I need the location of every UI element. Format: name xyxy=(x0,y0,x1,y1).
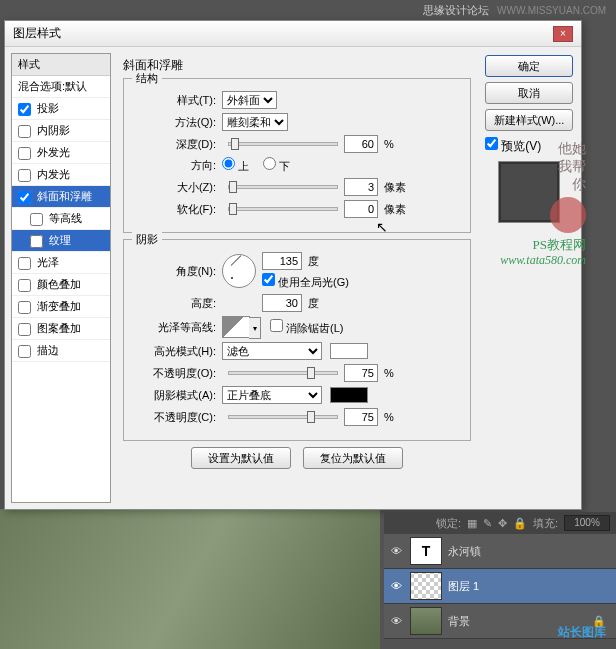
style-item-内阴影[interactable]: 内阴影 xyxy=(12,120,110,142)
layer-row[interactable]: 👁图层 1 xyxy=(384,569,616,604)
style-header: 样式 xyxy=(12,54,110,76)
style-item-纹理[interactable]: 纹理 xyxy=(12,230,110,252)
visibility-icon[interactable]: 👁 xyxy=(388,580,404,592)
shading-group: 阴影 角度(N): 度 使用全局光(G) 高度: 度 xyxy=(123,239,471,441)
bevel-title: 斜面和浮雕 xyxy=(123,57,471,74)
forum-name: 思缘设计论坛 xyxy=(423,3,489,18)
style-item-光泽[interactable]: 光泽 xyxy=(12,252,110,274)
ok-button[interactable]: 确定 xyxy=(485,55,573,77)
direction-down[interactable]: 下 xyxy=(263,157,290,174)
layer-style-dialog: 图层样式 × 样式 混合选项:默认 投影 内阴影 外发光 内发光 斜面和浮雕 等… xyxy=(4,20,582,510)
altitude-input[interactable] xyxy=(262,294,302,312)
close-icon[interactable]: × xyxy=(553,26,573,42)
preview-checkbox[interactable]: 预览(V) xyxy=(485,137,573,155)
technique-select[interactable]: 雕刻柔和 xyxy=(222,113,288,131)
lock-transparent-icon[interactable]: ▦ xyxy=(467,517,477,530)
style-item-等高线[interactable]: 等高线 xyxy=(12,208,110,230)
layers-panel: 锁定: ▦ ✎ ✥ 🔒 填充: 100% 👁T永河镇👁图层 1👁背景🔒 xyxy=(384,512,616,639)
style-list: 样式 混合选项:默认 投影 内阴影 外发光 内发光 斜面和浮雕 等高线 纹理 光… xyxy=(11,53,111,503)
highlight-mode-select[interactable]: 滤色 xyxy=(222,342,322,360)
depth-slider[interactable] xyxy=(228,142,338,146)
preview-swatch xyxy=(498,161,560,223)
dialog-titlebar[interactable]: 图层样式 × xyxy=(5,21,581,47)
size-slider[interactable] xyxy=(228,185,338,189)
style-select[interactable]: 外斜面 xyxy=(222,91,277,109)
shadow-opacity-slider[interactable] xyxy=(228,415,338,419)
global-light-checkbox[interactable]: 使用全局光(G) xyxy=(262,276,349,288)
highlight-color-swatch[interactable] xyxy=(330,343,368,359)
style-item-图案叠加[interactable]: 图案叠加 xyxy=(12,318,110,340)
new-style-button[interactable]: 新建样式(W)... xyxy=(485,109,573,131)
highlight-opacity-slider[interactable] xyxy=(228,371,338,375)
style-item-描边[interactable]: 描边 xyxy=(12,340,110,362)
forum-url[interactable]: WWW.MISSYUAN.COM xyxy=(497,5,606,16)
shadow-opacity-input[interactable] xyxy=(344,408,378,426)
size-input[interactable] xyxy=(344,178,378,196)
visibility-icon[interactable]: 👁 xyxy=(388,545,404,557)
angle-input[interactable] xyxy=(262,252,302,270)
highlight-opacity-input[interactable] xyxy=(344,364,378,382)
style-item-外发光[interactable]: 外发光 xyxy=(12,142,110,164)
style-item-斜面和浮雕[interactable]: 斜面和浮雕 xyxy=(12,186,110,208)
shadow-mode-select[interactable]: 正片叠底 xyxy=(222,386,322,404)
layer-name: 图层 1 xyxy=(448,579,479,594)
structure-group: 结构 样式(T): 外斜面 方法(Q): 雕刻柔和 深度(D): % 方向: xyxy=(123,78,471,233)
app-topbar: 思缘设计论坛 WWW.MISSYUAN.COM xyxy=(0,0,616,20)
direction-up[interactable]: 上 xyxy=(222,157,249,174)
gloss-contour-picker[interactable]: ▾ xyxy=(222,316,250,338)
dialog-buttons: 确定 取消 新建样式(W)... 预览(V) xyxy=(483,53,575,503)
lock-all-icon[interactable]: 🔒 xyxy=(513,517,527,530)
layer-name: 永河镇 xyxy=(448,544,481,559)
style-item-渐变叠加[interactable]: 渐变叠加 xyxy=(12,296,110,318)
cursor-icon: ↖ xyxy=(376,219,388,235)
shadow-color-swatch[interactable] xyxy=(330,387,368,403)
style-item-投影[interactable]: 投影 xyxy=(12,98,110,120)
visibility-icon[interactable]: 👁 xyxy=(388,615,404,627)
canvas-background xyxy=(0,509,380,649)
soften-slider[interactable] xyxy=(228,207,338,211)
layer-name: 背景 xyxy=(448,614,470,629)
dialog-title: 图层样式 xyxy=(13,25,61,42)
layer-row[interactable]: 👁T永河镇 xyxy=(384,534,616,569)
reset-default-button[interactable]: 复位为默认值 xyxy=(303,447,403,469)
site-logo: 站长图库 xyxy=(558,624,606,641)
depth-input[interactable] xyxy=(344,135,378,153)
cancel-button[interactable]: 取消 xyxy=(485,82,573,104)
style-item-内发光[interactable]: 内发光 xyxy=(12,164,110,186)
angle-wheel[interactable] xyxy=(222,254,256,288)
lock-paint-icon[interactable]: ✎ xyxy=(483,517,492,530)
settings-panel: 斜面和浮雕 结构 样式(T): 外斜面 方法(Q): 雕刻柔和 深度(D): % xyxy=(117,53,477,503)
antialias-checkbox[interactable]: 消除锯齿(L) xyxy=(270,319,344,336)
lock-position-icon[interactable]: ✥ xyxy=(498,517,507,530)
blend-options[interactable]: 混合选项:默认 xyxy=(12,76,110,98)
style-item-颜色叠加[interactable]: 颜色叠加 xyxy=(12,274,110,296)
set-default-button[interactable]: 设置为默认值 xyxy=(191,447,291,469)
layer-thumbnail[interactable]: T xyxy=(410,537,442,565)
fill-opacity-input[interactable]: 100% xyxy=(564,515,610,531)
soften-input[interactable] xyxy=(344,200,378,218)
layer-thumbnail[interactable] xyxy=(410,607,442,635)
layer-thumbnail[interactable] xyxy=(410,572,442,600)
